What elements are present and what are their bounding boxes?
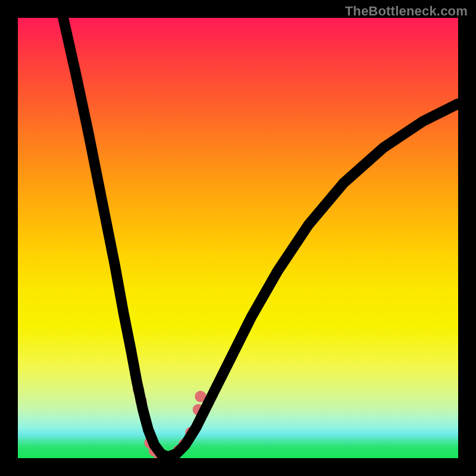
watermark-text: TheBottleneck.com bbox=[345, 4, 468, 19]
plot-area bbox=[18, 18, 458, 458]
curve-right bbox=[168, 104, 458, 456]
chart-svg bbox=[18, 18, 458, 458]
outer-frame: TheBottleneck.com bbox=[0, 0, 476, 476]
curve-left bbox=[63, 18, 167, 457]
